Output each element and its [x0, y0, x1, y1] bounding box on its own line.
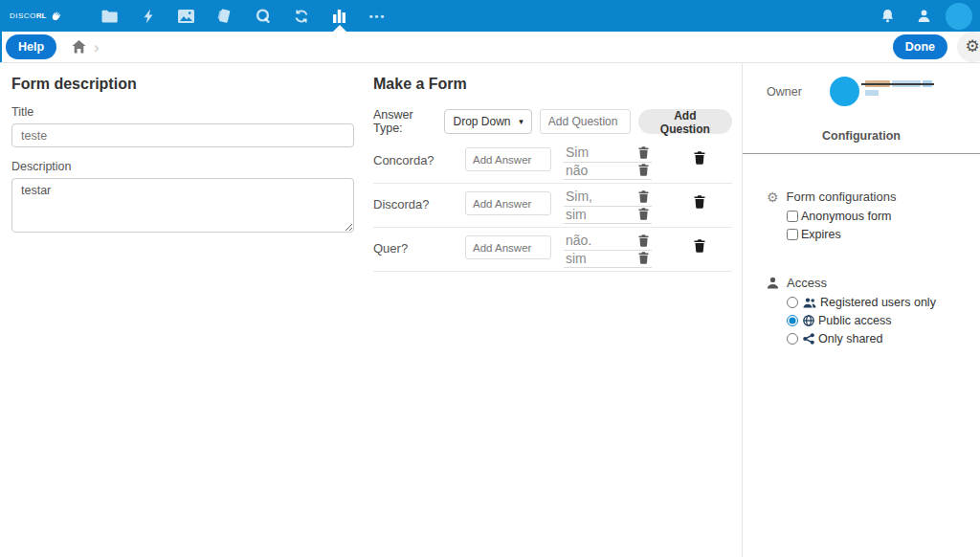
answer-text: sim [566, 207, 587, 222]
title-input[interactable] [11, 123, 354, 147]
owner-label: Owner [767, 85, 830, 99]
registered-users-option[interactable]: Registered users only [787, 296, 980, 309]
question-label: Concorda? [373, 145, 465, 167]
public-access-radio[interactable] [787, 315, 798, 326]
anonymous-form-checkbox[interactable] [787, 211, 798, 222]
only-shared-radio[interactable] [787, 333, 798, 345]
globe-icon [803, 315, 814, 326]
sync-icon [294, 9, 309, 24]
delete-answer-button[interactable] [638, 234, 649, 247]
public-access-option[interactable]: Public access [787, 314, 980, 327]
trash-icon [694, 195, 705, 209]
folder-icon [101, 10, 118, 23]
add-answer-input[interactable] [465, 235, 551, 259]
configuration-heading: Configuration [743, 129, 980, 143]
trash-icon [638, 252, 649, 264]
answer-list: não. sim [564, 233, 652, 268]
avatar[interactable] [946, 3, 972, 30]
nav-flash[interactable] [129, 0, 167, 32]
add-answer-input[interactable] [465, 147, 551, 171]
form-configurations-label: Form configurations [787, 189, 897, 204]
access-section: Access Registered users only Public acce… [743, 276, 980, 345]
answer-item: sim [564, 251, 652, 269]
answer-text: sim [566, 251, 587, 266]
question-row: Concorda? Sim não [373, 140, 732, 184]
main-nav: ••• [91, 0, 397, 32]
nav-catalog[interactable] [206, 0, 244, 32]
delete-answer-button[interactable] [638, 252, 649, 264]
answer-text: não [566, 163, 588, 178]
add-question-input[interactable] [540, 109, 631, 134]
delete-answer-button[interactable] [638, 190, 649, 203]
add-answer-input[interactable] [465, 191, 551, 215]
answer-item: Sim, [564, 189, 652, 207]
delete-answer-button[interactable] [638, 164, 649, 176]
notifications-button[interactable] [869, 0, 905, 32]
divider [743, 153, 980, 154]
book-icon [217, 9, 232, 24]
delete-answer-button[interactable] [638, 146, 649, 159]
answer-item: Sim [564, 145, 652, 163]
anonymous-form-option[interactable]: Anonymous form [787, 210, 980, 223]
person-icon [767, 277, 779, 289]
search-icon [256, 9, 271, 24]
form-description-heading: Form description [11, 76, 354, 93]
nav-media[interactable] [167, 0, 206, 32]
delete-question-button[interactable] [694, 189, 705, 209]
gear-icon: ⚙ [767, 190, 779, 204]
discorl-logo[interactable]: DISCORL [10, 9, 64, 24]
nav-forms-active[interactable] [321, 0, 359, 32]
settings-gear-button[interactable]: ⚙ [957, 32, 980, 62]
nav-more[interactable]: ••• [359, 0, 397, 32]
answer-list: Sim não [564, 145, 652, 180]
ellipsis-icon: ••• [369, 11, 387, 22]
trash-icon [694, 151, 705, 165]
nav-sync[interactable] [282, 0, 321, 32]
expires-option[interactable]: Expires [787, 228, 980, 241]
nav-search[interactable] [244, 0, 282, 32]
help-button[interactable]: Help [6, 34, 56, 59]
user-icon [917, 9, 931, 23]
top-navigation-bar: DISCORL ••• [0, 0, 980, 32]
registered-users-radio[interactable] [787, 297, 798, 308]
answer-text: Sim, [566, 189, 592, 204]
question-list: Concorda? Sim não Discorda? [373, 140, 732, 272]
content: Form description Title Description testa… [0, 63, 980, 557]
answer-type-select[interactable]: Drop Down ▾ [444, 109, 531, 134]
trash-icon [638, 208, 649, 220]
users-icon [803, 298, 816, 308]
only-shared-option[interactable]: Only shared [787, 332, 980, 345]
description-label: Description [11, 160, 354, 173]
answer-type-row: Answer Type: Drop Down ▾ Add Question [373, 108, 732, 135]
configuration-panel: Owner Configuration ⚙ Form configuration… [742, 63, 980, 557]
toolbar-right: Done ⚙ [893, 32, 980, 62]
answer-text: Sim [566, 145, 589, 160]
owner-avatar[interactable] [830, 77, 859, 106]
nav-folder[interactable] [91, 0, 129, 32]
question-row: Quer? não. sim [373, 228, 732, 272]
done-button[interactable]: Done [893, 34, 947, 59]
access-label: Access [787, 276, 827, 290]
question-label: Quer? [373, 233, 465, 256]
title-label: Title [11, 105, 354, 119]
owner-name-redacted [865, 80, 932, 96]
hand-icon [46, 6, 65, 25]
make-a-form-panel: Make a Form Answer Type: Drop Down ▾ Add… [362, 63, 742, 557]
toolbar: Help › Done ⚙ [0, 32, 980, 63]
trash-icon [638, 234, 649, 247]
topbar-right [869, 0, 980, 32]
add-question-button[interactable]: Add Question [638, 109, 732, 134]
delete-answer-button[interactable] [638, 208, 649, 220]
delete-question-button[interactable] [694, 233, 705, 253]
trash-icon [694, 239, 705, 253]
description-textarea[interactable]: testar [11, 178, 354, 233]
account-button[interactable] [905, 0, 942, 32]
home-icon[interactable] [72, 40, 86, 54]
answer-item: sim [564, 207, 652, 225]
question-row: Discorda? Sim, sim [373, 184, 732, 228]
expires-checkbox[interactable] [787, 229, 798, 240]
chevron-right-icon: › [94, 39, 100, 56]
answer-list: Sim, sim [564, 189, 652, 224]
image-icon [178, 10, 194, 23]
delete-question-button[interactable] [694, 145, 705, 165]
